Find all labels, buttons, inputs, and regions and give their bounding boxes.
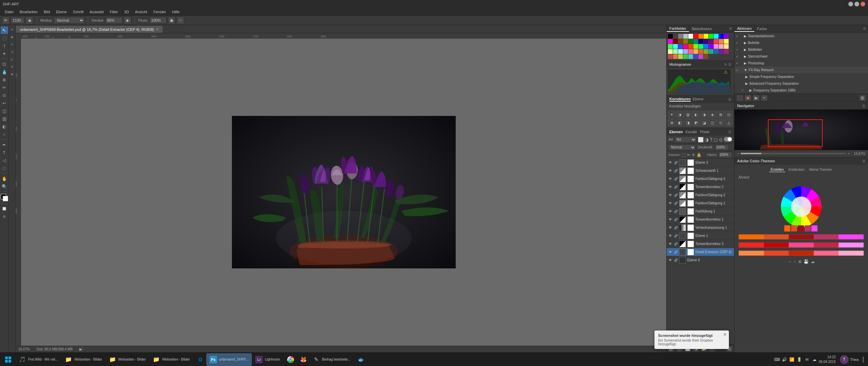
layer-item[interactable]: 👁🔗Tonwertkorrektur 1 <box>667 216 734 224</box>
layer-visibility-icon[interactable]: 👁 <box>668 160 673 165</box>
color-swatch-item[interactable] <box>714 39 718 44</box>
stop-btn[interactable]: ⬛ <box>736 95 743 101</box>
color-swatch-item[interactable] <box>678 34 683 39</box>
brush-tool[interactable]: ✏ <box>1 84 8 91</box>
swatch-color-4[interactable] <box>814 235 839 239</box>
minimize-button[interactable]: ─ <box>848 2 853 6</box>
opacity-value-input[interactable] <box>715 144 729 150</box>
color-swatch-item[interactable] <box>683 49 688 54</box>
color-swatch-item[interactable] <box>693 44 698 49</box>
cw-icon-2[interactable]: ↕ <box>794 259 796 264</box>
layer-visibility-icon[interactable]: 👁 <box>668 185 673 189</box>
corr-gradient[interactable]: ◪ <box>701 119 708 126</box>
color-swatch-item[interactable] <box>673 34 678 39</box>
screen-mode-btn[interactable]: ⊞ <box>1 213 8 220</box>
menu-schrift[interactable]: Schrift <box>70 9 86 15</box>
swatch-color-12[interactable] <box>764 251 789 256</box>
layer-visibility-icon[interactable]: 👁 <box>668 217 673 222</box>
layer-item[interactable]: 👁🔗Tonwertkorrektur 2 <box>667 183 734 191</box>
mini-btn-2[interactable]: ◈ <box>9 34 15 40</box>
shape-tool[interactable]: □ <box>1 164 8 172</box>
layer-item[interactable]: 👁🔗Detail Extractor (CEP 4) <box>667 248 734 256</box>
filter-toggle[interactable] <box>724 137 732 142</box>
color-swatch-item[interactable] <box>688 49 693 54</box>
zoom-slider[interactable] <box>741 153 846 154</box>
color-swatch-item[interactable] <box>678 39 683 44</box>
color-swatch-item[interactable] <box>719 34 724 39</box>
new-action-btn[interactable]: + <box>761 95 768 101</box>
tab-aktionen[interactable]: Aktionen <box>734 26 754 32</box>
show-desktop-btn[interactable] <box>863 357 864 363</box>
navigator-menu[interactable]: ☰ <box>862 104 865 108</box>
aktionen-subitem-2[interactable]: ▶ Advanced Frequency Separation <box>734 80 868 87</box>
navigator-preview[interactable] <box>734 109 868 150</box>
color-swatch-item[interactable] <box>693 54 698 59</box>
layer-visibility-icon[interactable]: 👁 <box>668 168 673 173</box>
layer-item[interactable]: 👁🔗Verlaufsanpassung 1 <box>667 224 734 232</box>
swatch-color-5[interactable] <box>839 235 864 239</box>
taskbar-photoshop[interactable]: Ps unbenannt_SHP0... <box>206 353 252 366</box>
close-button[interactable]: ✕ <box>861 2 865 6</box>
aktionen-item-6[interactable]: ✓▼ FX-Ray Retouch <box>734 66 868 73</box>
corr-levels[interactable]: ◑ <box>676 111 684 118</box>
lock-transparent-btn[interactable]: ⬚ <box>682 152 686 157</box>
color-swatch-item[interactable] <box>688 34 693 39</box>
lock-position-btn[interactable]: ✛ <box>692 152 695 157</box>
tray-icon-battery[interactable]: 🔋 <box>796 357 803 363</box>
opacity-picker-icon[interactable]: ◈ <box>124 17 131 24</box>
swatch-color-7[interactable] <box>764 243 789 247</box>
cw-tab-meine[interactable]: Meine Themen <box>808 167 833 172</box>
taskbar-firefox[interactable]: 🦊 <box>297 353 309 366</box>
maximize-button[interactable]: □ <box>854 2 859 6</box>
taskbar-folder-2[interactable]: 📁 Webseiten - Bilder <box>106 353 149 366</box>
swatch-color-3[interactable] <box>789 235 814 239</box>
corr-brightness[interactable]: ☀ <box>668 111 675 118</box>
color-swatch-item[interactable] <box>719 49 724 54</box>
cw-tab-entdecken[interactable]: Entdecken <box>787 167 806 172</box>
color-swatch-item[interactable] <box>678 44 683 49</box>
menu-hilfe[interactable]: Hilfe <box>170 9 182 15</box>
swatch-color-6[interactable] <box>739 243 764 247</box>
menu-bearbeiten[interactable]: Bearbeiten <box>17 9 40 15</box>
filter-adj-icon[interactable]: ◑ <box>705 137 709 142</box>
menu-3d[interactable]: 3D <box>121 9 132 15</box>
mini-btn-7[interactable]: ⊕ <box>9 71 15 77</box>
layer-visibility-icon[interactable]: 👁 <box>668 209 673 214</box>
color-swatch-item[interactable] <box>704 39 708 44</box>
color-swatch-item[interactable] <box>714 44 718 49</box>
mini-btn-4[interactable]: ◁ <box>9 49 15 55</box>
menu-filter[interactable]: Filter <box>107 9 121 15</box>
aktionen-item-4[interactable]: ✓▶ Sternstchwel <box>734 53 868 60</box>
color-swatch-item[interactable] <box>688 39 693 44</box>
tray-icon-1[interactable]: ⌨ <box>774 357 780 363</box>
smooth-icon[interactable]: ~ <box>177 17 184 24</box>
fill-value-input[interactable] <box>718 152 732 158</box>
color-wheel[interactable] <box>776 181 827 232</box>
aktionen-subitem-3[interactable]: ✓▶ Frequency Separation 16Bit <box>734 87 868 94</box>
corr-blackwhite[interactable]: ⊡ <box>725 111 732 118</box>
canvas-tab-close[interactable]: ✕ <box>156 27 159 31</box>
filter-pixel-icon[interactable]: ⬜ <box>698 137 704 142</box>
tab-korrekturen[interactable]: Korrekturen <box>669 97 691 102</box>
corr-colorbalance[interactable]: ⊞ <box>717 111 724 118</box>
color-swatch-item[interactable] <box>724 39 729 44</box>
corr-pattern[interactable]: ⊙ <box>717 119 724 126</box>
menu-bild[interactable]: Bild <box>41 9 53 15</box>
lasso-tool[interactable]: ⌇ <box>1 42 8 49</box>
swatch-color-11[interactable] <box>739 251 764 256</box>
start-button[interactable] <box>1 353 15 366</box>
color-swatch-item[interactable] <box>709 49 713 54</box>
zoom-out-icon[interactable]: − <box>737 152 739 156</box>
clone-tool[interactable]: ⊙ <box>1 92 8 99</box>
mini-btn-3[interactable]: ≡ <box>9 41 15 47</box>
tab-kanale[interactable]: Kanäle <box>686 130 697 134</box>
blend-mode-select[interactable]: Normal <box>54 17 84 24</box>
aktionen-item-5[interactable]: ✓▶ Photoshop <box>734 60 868 66</box>
color-swatch-item[interactable] <box>709 39 713 44</box>
color-swatch-item[interactable] <box>719 44 724 49</box>
color-swatch-item[interactable] <box>683 34 688 39</box>
brush-size-input[interactable] <box>11 17 24 24</box>
eraser-tool[interactable]: ◫ <box>1 107 8 115</box>
tray-icon-cloud[interactable]: ☁ <box>811 357 817 363</box>
corr-invert[interactable]: ◬ <box>725 119 732 126</box>
